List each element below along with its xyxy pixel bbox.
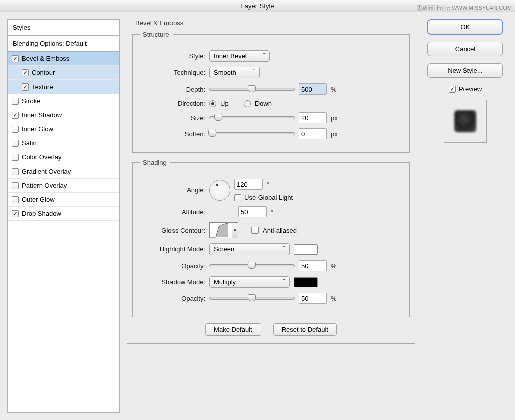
style-item-contour[interactable]: Contour <box>8 66 119 80</box>
shadow-opacity-unit: % <box>331 295 341 302</box>
style-item-inner-shadow[interactable]: Inner Shadow <box>8 108 119 122</box>
shadow-opacity-slider[interactable] <box>209 297 295 300</box>
style-checkbox[interactable] <box>12 112 19 119</box>
structure-legend: Structure <box>140 31 173 38</box>
depth-input[interactable] <box>299 83 327 95</box>
altitude-input[interactable] <box>238 206 267 217</box>
styles-sidebar: Styles Blending Options: Default Bevel &… <box>7 19 120 413</box>
angle-label: Angle: <box>140 186 205 194</box>
actions-column: OK Cancel New Style... Preview <box>422 19 508 413</box>
shadow-mode-label: Shadow Mode: <box>140 278 205 286</box>
size-input[interactable] <box>299 112 327 123</box>
style-item-color-overlay[interactable]: Color Overlay <box>8 150 119 164</box>
shadow-mode-select[interactable]: Multiply <box>209 276 290 288</box>
style-label: Style: <box>140 52 205 60</box>
direction-up-radio[interactable] <box>209 100 216 107</box>
style-label: Bevel & Emboss <box>22 55 69 62</box>
angle-unit: ° <box>267 181 277 188</box>
style-checkbox[interactable] <box>12 140 19 147</box>
styles-list: Bevel & EmbossContourTextureStrokeInner … <box>7 52 120 413</box>
depth-label: Depth: <box>140 86 205 93</box>
angle-wheel[interactable] <box>209 180 230 201</box>
styles-header[interactable]: Styles <box>7 19 120 36</box>
direction-label: Direction: <box>140 100 205 107</box>
size-label: Size: <box>140 114 205 122</box>
direction-down-radio[interactable] <box>244 100 251 107</box>
depth-unit: % <box>331 86 341 93</box>
style-item-satin[interactable]: Satin <box>8 136 119 150</box>
highlight-mode-label: Highlight Mode: <box>140 245 205 253</box>
highlight-color-swatch[interactable] <box>294 244 318 255</box>
make-default-button[interactable]: Make Default <box>205 323 261 336</box>
style-label: Inner Glow <box>22 125 53 133</box>
new-style-button[interactable]: New Style... <box>427 63 503 78</box>
bevel-emboss-panel: Bevel & Emboss Structure Style: Inner Be… <box>127 19 415 344</box>
depth-slider[interactable] <box>209 88 295 91</box>
shadow-opacity-input[interactable] <box>299 293 327 304</box>
angle-input[interactable] <box>234 179 263 190</box>
titlebar: Layer Style 思缘设计论坛 WWW.MISSYUAN.COM <box>0 0 515 12</box>
highlight-opacity-input[interactable] <box>299 260 327 271</box>
highlight-opacity-label: Opacity: <box>140 262 205 270</box>
style-checkbox[interactable] <box>22 83 29 91</box>
style-label: Texture <box>32 83 53 91</box>
style-checkbox[interactable] <box>12 182 19 189</box>
panel-title: Bevel & Emboss <box>132 19 186 27</box>
shadow-color-swatch[interactable] <box>294 277 318 287</box>
shadow-opacity-label: Opacity: <box>140 295 205 302</box>
style-checkbox[interactable] <box>12 98 19 105</box>
altitude-unit: ° <box>271 208 281 216</box>
style-item-drop-shadow[interactable]: Drop Shadow <box>8 207 119 221</box>
shading-legend: Shading <box>140 159 170 166</box>
technique-select[interactable]: Smooth <box>209 67 260 78</box>
gloss-contour-dropdown-icon[interactable]: ▼ <box>232 222 238 238</box>
gloss-contour-picker[interactable] <box>209 222 232 238</box>
style-item-texture[interactable]: Texture <box>8 80 119 94</box>
style-label: Stroke <box>22 97 41 105</box>
preview-checkbox[interactable] <box>449 86 456 93</box>
style-item-outer-glow[interactable]: Outer Glow <box>8 193 119 207</box>
cancel-button[interactable]: Cancel <box>427 42 503 56</box>
soften-slider[interactable] <box>209 132 295 135</box>
style-checkbox[interactable] <box>12 196 19 203</box>
style-checkbox[interactable] <box>12 168 19 175</box>
window-title: Layer Style <box>241 2 274 10</box>
style-checkbox[interactable] <box>12 126 19 133</box>
style-select[interactable]: Inner Bevel <box>209 50 270 62</box>
style-checkbox[interactable] <box>12 55 19 62</box>
reset-default-button[interactable]: Reset to Default <box>273 323 337 336</box>
highlight-opacity-slider[interactable] <box>209 264 295 267</box>
direction-up-label: Up <box>220 100 229 107</box>
preview-thumbnail <box>444 100 487 143</box>
style-label: Pattern Overlay <box>22 182 67 189</box>
style-label: Drop Shadow <box>22 210 61 217</box>
soften-label: Soften: <box>140 130 205 138</box>
technique-label: Technique: <box>140 69 205 76</box>
antialias-label: Anti-aliased <box>263 227 297 234</box>
gloss-contour-label: Gloss Contour: <box>140 227 205 234</box>
style-label: Contour <box>32 69 55 76</box>
antialias-checkbox[interactable] <box>251 227 259 234</box>
highlight-mode-select[interactable]: Screen <box>209 243 290 255</box>
style-item-inner-glow[interactable]: Inner Glow <box>8 122 119 136</box>
size-unit: px <box>331 114 341 122</box>
size-slider[interactable] <box>209 116 295 119</box>
style-label: Outer Glow <box>22 196 55 203</box>
shading-group: Shading Angle: ° Use Global Light <box>132 159 410 317</box>
style-label: Inner Shadow <box>22 111 62 119</box>
style-checkbox[interactable] <box>22 69 29 76</box>
blending-options[interactable]: Blending Options: Default <box>7 36 120 52</box>
style-item-gradient-overlay[interactable]: Gradient Overlay <box>8 164 119 179</box>
soften-unit: px <box>331 130 341 138</box>
global-light-checkbox[interactable] <box>234 194 241 201</box>
style-checkbox[interactable] <box>12 210 19 217</box>
style-item-pattern-overlay[interactable]: Pattern Overlay <box>8 179 119 193</box>
style-item-stroke[interactable]: Stroke <box>8 94 119 108</box>
style-item-bevel-emboss[interactable]: Bevel & Emboss <box>8 52 119 66</box>
preview-label: Preview <box>459 85 482 93</box>
ok-button[interactable]: OK <box>427 19 503 35</box>
style-checkbox[interactable] <box>12 154 19 161</box>
altitude-label: Altitude: <box>140 208 205 216</box>
direction-down-label: Down <box>255 100 272 107</box>
soften-input[interactable] <box>299 128 327 139</box>
